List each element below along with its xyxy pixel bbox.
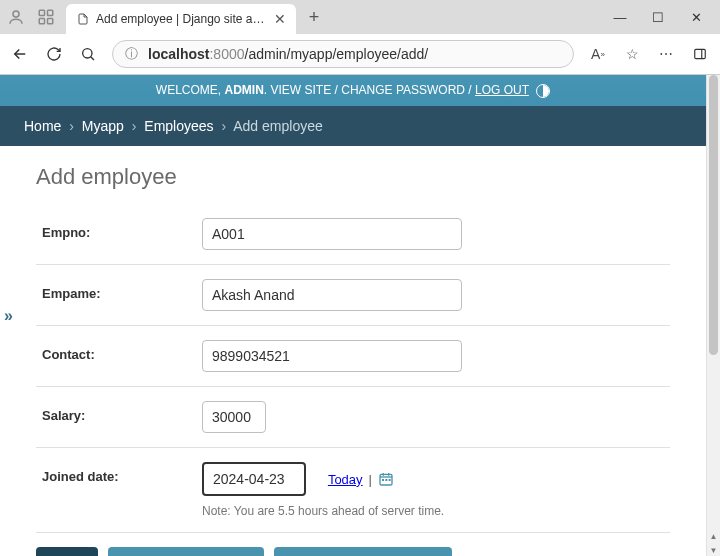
address-bar: ⓘ localhost:8000/admin/myapp/employee/ad… bbox=[0, 34, 720, 74]
save-continue-button[interactable]: Save and continue editing bbox=[274, 547, 452, 556]
svg-rect-1 bbox=[39, 10, 44, 15]
scrollbar-thumb[interactable] bbox=[709, 75, 718, 355]
field-row-empno: Empno: bbox=[36, 204, 670, 265]
svg-rect-3 bbox=[39, 19, 44, 24]
svg-rect-12 bbox=[382, 479, 384, 481]
view-site-link[interactable]: VIEW SITE bbox=[271, 83, 332, 97]
close-tab-icon[interactable]: ✕ bbox=[274, 11, 286, 27]
logout-link[interactable]: LOG OUT bbox=[475, 83, 529, 97]
input-contact[interactable] bbox=[202, 340, 462, 372]
tab-title: Add employee | Django site adm bbox=[96, 12, 268, 26]
label-empname: Empame: bbox=[42, 279, 202, 301]
input-salary[interactable] bbox=[202, 401, 266, 433]
user-tools: WELCOME, ADMIN. VIEW SITE / CHANGE PASSW… bbox=[0, 75, 706, 106]
content: Add employee Empno: Empame: Contact: Sal… bbox=[0, 146, 706, 556]
label-salary: Salary: bbox=[42, 401, 202, 423]
workspaces-icon[interactable] bbox=[36, 7, 56, 27]
svg-rect-2 bbox=[48, 10, 53, 15]
label-joined: Joined date: bbox=[42, 462, 202, 484]
close-window-button[interactable]: ✕ bbox=[686, 10, 706, 25]
theme-toggle-icon[interactable] bbox=[536, 84, 550, 98]
page-title: Add employee bbox=[36, 164, 670, 190]
window-controls: — ☐ ✕ bbox=[610, 10, 714, 25]
nav-toggle-icon[interactable]: » bbox=[4, 307, 13, 325]
breadcrumb-model[interactable]: Employees bbox=[144, 118, 213, 134]
svg-rect-13 bbox=[385, 479, 387, 481]
submit-row: SAVE Save and add another Save and conti… bbox=[36, 547, 670, 556]
save-button[interactable]: SAVE bbox=[36, 547, 98, 556]
page-icon bbox=[76, 12, 90, 26]
input-empname[interactable] bbox=[202, 279, 462, 311]
field-row-salary: Salary: bbox=[36, 387, 670, 448]
scrollbar[interactable]: ▲ ▼ bbox=[706, 75, 720, 556]
minimize-button[interactable]: — bbox=[610, 10, 630, 25]
save-add-another-button[interactable]: Save and add another bbox=[108, 547, 264, 556]
input-empno[interactable] bbox=[202, 218, 462, 250]
breadcrumb-current: Add employee bbox=[233, 118, 323, 134]
new-tab-button[interactable]: + bbox=[300, 3, 328, 31]
svg-rect-14 bbox=[389, 479, 391, 481]
svg-point-5 bbox=[83, 49, 92, 58]
page-viewport: » WELCOME, ADMIN. VIEW SITE / CHANGE PAS… bbox=[0, 75, 720, 556]
field-row-contact: Contact: bbox=[36, 326, 670, 387]
more-icon[interactable]: ⋯ bbox=[656, 44, 676, 64]
scroll-up-icon[interactable]: ▲ bbox=[707, 529, 720, 543]
svg-point-0 bbox=[13, 11, 19, 17]
label-contact: Contact: bbox=[42, 340, 202, 362]
svg-rect-4 bbox=[48, 19, 53, 24]
today-link[interactable]: Today bbox=[328, 472, 363, 487]
browser-chrome: Add employee | Django site adm ✕ + — ☐ ✕… bbox=[0, 0, 720, 75]
field-row-empname: Empame: bbox=[36, 265, 670, 326]
profile-icon[interactable] bbox=[6, 7, 26, 27]
titlebar: Add employee | Django site adm ✕ + — ☐ ✕ bbox=[0, 0, 720, 34]
breadcrumb-app[interactable]: Myapp bbox=[82, 118, 124, 134]
favorite-icon[interactable]: ☆ bbox=[622, 44, 642, 64]
back-button[interactable] bbox=[10, 44, 30, 64]
browser-tab[interactable]: Add employee | Django site adm ✕ bbox=[66, 4, 296, 34]
refresh-button[interactable] bbox=[44, 44, 64, 64]
scroll-down-icon[interactable]: ▼ bbox=[707, 543, 720, 556]
site-info-icon[interactable]: ⓘ bbox=[125, 45, 138, 63]
field-row-joined: Joined date: Today | Note: You are 5.5 h… bbox=[36, 448, 670, 533]
breadcrumb: Home › Myapp › Employees › Add employee bbox=[0, 106, 706, 146]
calendar-icon[interactable] bbox=[378, 471, 394, 487]
svg-rect-6 bbox=[695, 49, 706, 58]
change-password-link[interactable]: CHANGE PASSWORD bbox=[341, 83, 465, 97]
url-text: localhost:8000/admin/myapp/employee/add/ bbox=[148, 46, 428, 62]
sidebar-panel-icon[interactable] bbox=[690, 44, 710, 64]
read-aloud-icon[interactable]: A» bbox=[588, 44, 608, 64]
breadcrumb-home[interactable]: Home bbox=[24, 118, 61, 134]
url-field[interactable]: ⓘ localhost:8000/admin/myapp/employee/ad… bbox=[112, 40, 574, 68]
timezone-note: Note: You are 5.5 hours ahead of server … bbox=[202, 504, 664, 518]
maximize-button[interactable]: ☐ bbox=[648, 10, 668, 25]
label-empno: Empno: bbox=[42, 218, 202, 240]
welcome-text: WELCOME, ADMIN. bbox=[156, 83, 267, 97]
search-icon[interactable] bbox=[78, 44, 98, 64]
input-joined-date[interactable] bbox=[202, 462, 306, 496]
separator: | bbox=[369, 472, 372, 487]
